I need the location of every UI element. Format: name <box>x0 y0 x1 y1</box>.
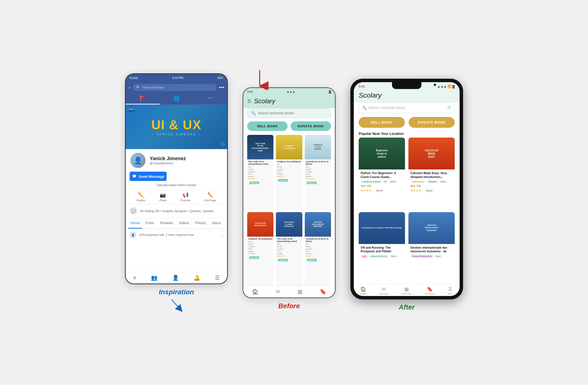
sc2-book-info: Gestion internationale des ressources hu… <box>408 244 455 260</box>
fb-nav-feed[interactable]: ≡ <box>133 275 136 281</box>
fb-publish-button[interactable]: ✏️ Publish <box>136 192 145 202</box>
sc2-section-title: Popular Near Your Location <box>354 130 460 137</box>
sc-stars: ★★★★☆ <box>277 175 301 178</box>
sc2-cover-text: BeginnersGuide topython <box>376 149 388 159</box>
sc-more-button[interactable]: More info <box>307 259 317 261</box>
list-item: Commissions of Inquiry and Policy Change… <box>359 212 405 275</box>
fb-page-tab-posts[interactable]: Posts <box>143 218 157 228</box>
fb-info-icon[interactable]: ⓘ <box>221 142 225 147</box>
fb-page-tabs: Home Posts Reviews Videos Photos About <box>126 218 227 229</box>
fb-promote-button[interactable]: 📢 Promote <box>180 192 191 202</box>
fb-search-input[interactable]: 🔍 Yanick Jimenez <box>133 84 217 91</box>
fb-edit-page-button[interactable]: ✏️ Edit Page <box>205 192 216 202</box>
fb-page-tab-home[interactable]: Home <box>128 218 142 228</box>
sc2-bottom-nav: 🏠 Home ✉ Message ▦ Scan ISBN 🔖 Bookmark … <box>354 284 460 296</box>
fb-status-bar: Koodo 2:43 PM 49% <box>126 74 227 82</box>
sc-more-button[interactable]: More info <box>278 179 288 182</box>
sc2-signal-battery: ▲▲▲ 📶 ▓ <box>437 85 455 88</box>
sc2-tag-physics: Physics <box>427 180 438 183</box>
fb-profile-section: 👤 Yanick Jimenez @Yanickjimenez <box>126 149 227 172</box>
fb-tab-flag[interactable]: 🚩 <box>126 93 160 104</box>
fb-nav-tabs: 🚩 🌐 〰 <box>126 93 227 105</box>
sc-nav-home-icon[interactable]: 🏠 <box>252 289 258 295</box>
sc-more-button[interactable]: More info <box>278 259 288 261</box>
fb-more-icon[interactable]: ••• <box>219 85 224 90</box>
sc2-filter-icon[interactable]: ⚙ <box>447 105 451 110</box>
sc-sell-book-button[interactable]: SELL BOOK <box>247 121 288 131</box>
sc-hamburger-menu-icon[interactable]: ☰ <box>247 99 251 104</box>
sc2-rating-row: ★★★★☆ (New) <box>410 188 453 192</box>
sc2-search-left: 🔍 Search university books <box>362 106 405 110</box>
fb-nav-menu[interactable]: ☰ <box>215 275 220 281</box>
sc-more-button[interactable]: More info <box>249 181 259 184</box>
sc-cover-text: Assieds-toiet écrista thèse! <box>313 144 322 150</box>
sc-cover-text: Assessmentin HealthProfessions <box>284 221 294 227</box>
sc-nav-message-icon[interactable]: ✉ <box>276 289 280 295</box>
fb-tab-graph[interactable]: 〰 <box>193 93 227 104</box>
sc2-sell-book-button[interactable]: SELL BOOK <box>359 117 405 128</box>
sc-search-bar[interactable]: 🔍 <box>247 108 331 118</box>
phone3-camera <box>434 84 436 86</box>
sc-signal-icon: ▲▲▲ <box>286 90 295 93</box>
fb-carrier: Koodo <box>130 76 138 80</box>
fb-publish-icon: ✏️ <box>138 192 144 198</box>
sc2-action-buttons: SELL BOOK DONATE BOOK <box>359 117 455 128</box>
fb-nav-friends[interactable]: 👥 <box>151 275 158 281</box>
fb-cover-grid-bg <box>126 105 227 149</box>
sc-more-button[interactable]: More info <box>307 181 317 184</box>
fb-response-avatar: 👤 <box>130 231 136 238</box>
sc2-book-info: Calculus Made Easy: Very-Simplest Introd… <box>408 169 455 194</box>
fb-nav-bell[interactable]: 🔔 <box>193 275 200 281</box>
sc2-home-icon: 🏠 <box>360 286 366 292</box>
sc2-nav-menu[interactable]: ☰ Menu <box>448 286 453 295</box>
list-item: Assieds-toiet écrista thèse! Assieds-toi… <box>305 135 331 210</box>
sc-action-buttons: SELL BOOK DONATE BOOK <box>247 121 331 131</box>
sc-more-button[interactable]: More info <box>249 256 259 259</box>
sc-nav-scan-icon[interactable]: ▦ <box>297 289 303 295</box>
sc-book-title: Assieds-toi et écris ta thèse! <box>306 238 330 243</box>
sc2-bookmark-icon: 🔖 <box>427 286 433 292</box>
before-phone-wrapper: 9:41 ▲▲▲ ▓ ☰ Scolary 🔍 SELL BOOK DONATE … <box>243 87 336 310</box>
sc2-tag-cs: Computer science <box>361 180 382 183</box>
fb-photo-button[interactable]: 📷 Photo <box>160 192 167 202</box>
fb-profile-name: Yanick Jimenez <box>150 156 223 161</box>
sc2-header: Scolary <box>354 91 460 102</box>
before-label: Before <box>278 302 300 310</box>
sc-books-grid: THE CODEOF ANEXTRAORDINARYMIND The code … <box>243 135 335 287</box>
sc-book-meta: Isbn:Faculti:Location:Price:Quality: <box>306 166 330 178</box>
sc2-nav-home[interactable]: 🏠 Home <box>360 286 366 295</box>
fb-page-tab-about[interactable]: About <box>209 218 223 228</box>
sc-search-input[interactable] <box>258 111 327 115</box>
sc-nav-bookmark-icon[interactable]: 🔖 <box>320 289 326 295</box>
sc-donate-book-button[interactable]: DONATE BOOK <box>291 121 331 131</box>
sc2-tags: Human Ressources More <box>410 254 453 258</box>
fb-page-tab-videos[interactable]: Videos <box>176 218 192 228</box>
fb-page-tab-photos[interactable]: Photos <box>193 218 209 228</box>
fb-page-tab-reviews[interactable]: Reviews <box>158 218 175 228</box>
fb-promote-icon: 📢 <box>183 192 189 198</box>
sc2-nav-bookmark[interactable]: 🔖 Bookmark <box>425 286 435 295</box>
sc-book-cover: THE CODEOF ANEXTRAORDINARYMIND <box>247 135 273 159</box>
blue-arrow-icon <box>169 297 184 312</box>
fb-camera-icon[interactable]: 📷 <box>129 107 134 113</box>
sc2-nav-scan[interactable]: ▦ Scan ISBN <box>401 286 412 295</box>
sc-book-cover: Assieds-toiet écrista thèse! <box>305 135 331 159</box>
sc2-book-cover: CALCULUSMADEEASY <box>408 137 455 169</box>
sc2-nav-message[interactable]: ✉ Message <box>379 286 388 295</box>
sc-header: ☰ Scolary <box>243 95 335 108</box>
sc2-search-bar[interactable]: 🔍 Search university books ⚙ <box>359 102 455 113</box>
fb-nav-profile[interactable]: 👤 <box>172 275 179 281</box>
sc-stars: ★★★☆☆ <box>306 255 330 257</box>
fb-send-message-button[interactable]: 💬 Send Message <box>130 172 167 181</box>
sc2-nav-message-label: Message <box>379 293 388 295</box>
sc-book-meta: Isbn:Faculti:Location:Price:Quality: <box>248 166 273 178</box>
sc-book-title: The code of an extraordinary mind <box>277 238 301 243</box>
sc2-donate-book-button[interactable]: DONATE BOOK <box>409 117 455 128</box>
inspiration-phone-wrapper: Koodo 2:43 PM 49% ‹ 🔍 Yanick Jimenez •••… <box>125 73 228 312</box>
before-label-section: Before <box>278 302 300 310</box>
fb-promote-label: Promote <box>180 199 191 202</box>
sc-book-meta: Isbn:Faculti:Location:Price:Quality: <box>277 243 301 255</box>
sc2-tag-law: Law <box>361 254 368 258</box>
fb-tab-globe[interactable]: 🌐 <box>160 93 193 104</box>
fb-back-button[interactable]: ‹ <box>129 85 130 90</box>
